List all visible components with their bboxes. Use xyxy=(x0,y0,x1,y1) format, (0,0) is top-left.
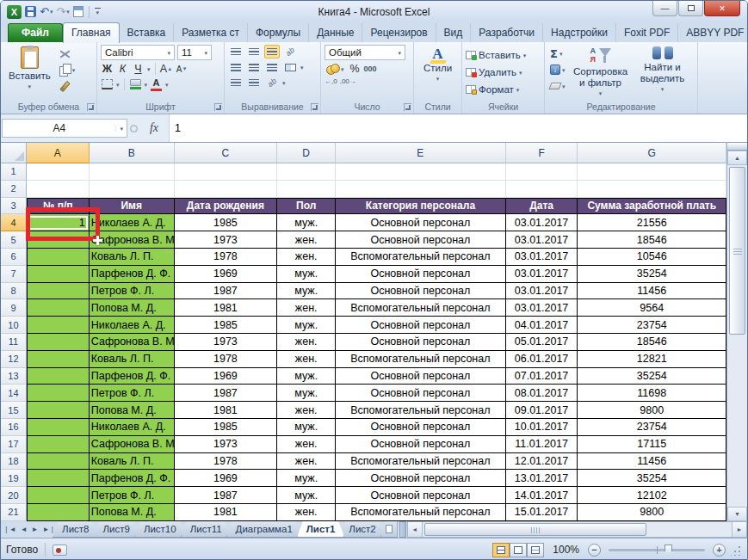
normal-view-button[interactable] xyxy=(492,543,510,557)
cell-B18[interactable]: Коваль Л. П. xyxy=(90,453,175,471)
last-sheet-icon[interactable]: ►❘ xyxy=(42,526,55,533)
formula-input[interactable]: 1 xyxy=(169,114,747,142)
align-middle-button[interactable] xyxy=(246,45,262,58)
align-top-button[interactable] xyxy=(228,45,244,58)
cell-B2[interactable] xyxy=(90,181,175,198)
cell-A10[interactable] xyxy=(27,317,90,334)
cell-F2[interactable] xyxy=(506,181,578,198)
cell-C16[interactable]: 1985 xyxy=(175,419,278,436)
font-size-select[interactable]: 11▾ xyxy=(177,45,212,60)
cell-B9[interactable]: Попова М. Д. xyxy=(90,299,175,317)
tab-Разметка ст[interactable]: Разметка ст xyxy=(174,23,248,42)
cell-F1[interactable] xyxy=(506,163,578,181)
cell-F14[interactable]: 08.01.2017 xyxy=(506,385,578,402)
cell-A12[interactable] xyxy=(27,351,90,368)
cell-B1[interactable] xyxy=(90,163,175,181)
cell-F16[interactable]: 10.01.2017 xyxy=(506,419,578,436)
cell-A19[interactable] xyxy=(27,470,90,487)
cell-E9[interactable]: Вспомогательный персонал xyxy=(336,299,506,317)
cell-D13[interactable]: муж. xyxy=(277,368,336,385)
cell-D14[interactable]: муж. xyxy=(277,385,336,402)
align-right-button[interactable] xyxy=(264,60,280,74)
cell-F12[interactable]: 06.01.2017 xyxy=(506,351,578,368)
sheet-tab-Лист10[interactable]: Лист10 xyxy=(134,521,186,538)
cell-styles-button[interactable]: А Стили ▾ xyxy=(419,45,456,83)
cell-G4[interactable]: 21556 xyxy=(578,214,726,231)
cell-C15[interactable]: 1981 xyxy=(175,402,278,419)
cell-B15[interactable]: Попова М. Д. xyxy=(90,402,175,419)
merge-center-button[interactable] xyxy=(282,60,298,74)
next-sheet-icon[interactable]: ► xyxy=(32,526,39,533)
select-all-corner[interactable] xyxy=(1,143,27,163)
cell-C10[interactable]: 1985 xyxy=(175,317,278,334)
clear-button[interactable]: ▾ xyxy=(548,79,567,93)
cell-A7[interactable] xyxy=(27,266,90,283)
row-header-2[interactable]: 2 xyxy=(1,181,27,198)
sheet-tab-Лист1[interactable]: Лист1 xyxy=(297,521,345,538)
alignment-dialog-launcher[interactable] xyxy=(311,103,318,111)
cell-E20[interactable]: Основной персонал xyxy=(336,487,506,504)
bold-button[interactable]: Ж xyxy=(101,62,114,76)
cell-F13[interactable]: 07.01.2017 xyxy=(506,368,578,385)
cell-B7[interactable]: Парфенов Д. Ф. xyxy=(90,266,175,283)
cell-G21[interactable]: 9800 xyxy=(578,504,726,521)
cell-G14[interactable]: 11698 xyxy=(578,385,726,402)
cell-A11[interactable] xyxy=(27,334,90,351)
cell-E11[interactable]: Основной персонал xyxy=(336,334,506,351)
clipboard-dialog-launcher[interactable] xyxy=(87,103,95,111)
vscroll-thumb[interactable] xyxy=(729,167,745,335)
cell-A13[interactable] xyxy=(27,368,90,385)
sheet-tab-Лист9[interactable]: Лист9 xyxy=(93,521,139,538)
cell-B12[interactable]: Коваль Л. П. xyxy=(90,351,175,368)
cell-E2[interactable] xyxy=(336,181,506,198)
tab-Разработчи[interactable]: Разработчи xyxy=(471,23,543,42)
cell-F15[interactable]: 09.01.2017 xyxy=(506,402,578,419)
hscroll-thumb[interactable] xyxy=(424,523,647,536)
row-header-14[interactable]: 14 xyxy=(1,385,27,402)
column-header-C[interactable]: C xyxy=(175,143,278,163)
cell-A14[interactable] xyxy=(27,385,90,402)
zoom-level[interactable]: 100% xyxy=(553,544,579,556)
percent-style-button[interactable]: % xyxy=(349,62,362,76)
wrap-text-button[interactable]: ab xyxy=(264,76,280,89)
row-header-11[interactable]: 11 xyxy=(1,334,27,351)
vscroll-split-handle[interactable] xyxy=(727,143,747,151)
sheet-tab-Диаграмма1[interactable]: Диаграмма1 xyxy=(226,521,302,538)
cell-G13[interactable]: 35254 xyxy=(578,368,726,385)
cell-G18[interactable]: 11456 xyxy=(578,453,726,471)
cell-D21[interactable]: жен. xyxy=(277,504,336,521)
cell-E12[interactable]: Вспомогательный персонал xyxy=(336,351,506,368)
tab-Надстройки[interactable]: Надстройки xyxy=(543,23,616,42)
cell-G3[interactable]: Сумма заработной плать xyxy=(578,198,726,215)
cell-A20[interactable] xyxy=(27,487,90,504)
cell-A18[interactable] xyxy=(27,453,90,471)
cell-G10[interactable]: 23754 xyxy=(578,317,726,334)
underline-button[interactable]: Ч xyxy=(132,62,145,76)
paste-button[interactable]: Вставить ▾ xyxy=(4,45,55,91)
zoom-slider-thumb[interactable] xyxy=(665,545,672,556)
row-header-10[interactable]: 10 xyxy=(1,317,27,334)
accounting-format-button[interactable]: ▾ xyxy=(325,62,346,76)
cell-F18[interactable]: 12.01.2017 xyxy=(506,453,578,471)
zoom-in-button[interactable]: + xyxy=(713,544,726,557)
row-header-18[interactable]: 18 xyxy=(1,453,27,471)
insert-cells-button[interactable]: Вставить▾ xyxy=(466,47,541,63)
cell-A8[interactable] xyxy=(27,283,90,300)
borders-button[interactable] xyxy=(101,77,114,91)
cell-G7[interactable]: 35254 xyxy=(578,266,726,283)
row-header-4[interactable]: 4 xyxy=(1,214,27,231)
cell-D6[interactable]: жен. xyxy=(277,249,336,266)
cell-B6[interactable]: Коваль Л. П. xyxy=(90,249,175,266)
font-color-button[interactable]: А xyxy=(150,77,163,91)
cell-C11[interactable]: 1973 xyxy=(175,334,278,351)
grow-font-button[interactable]: А▲ xyxy=(160,62,173,76)
cell-E5[interactable]: Основной персонал xyxy=(336,231,506,249)
cell-E17[interactable]: Основной персонал xyxy=(336,436,506,453)
sort-filter-button[interactable]: АЯ Сортировка и фильтр ▾ xyxy=(570,45,632,98)
column-header-E[interactable]: E xyxy=(336,143,506,163)
save-button[interactable] xyxy=(25,6,36,17)
align-center-button[interactable] xyxy=(246,60,262,74)
cell-D11[interactable]: жен. xyxy=(277,334,336,351)
cut-button[interactable] xyxy=(58,46,77,60)
cell-E21[interactable]: Вспомогательный персонал xyxy=(336,504,506,521)
